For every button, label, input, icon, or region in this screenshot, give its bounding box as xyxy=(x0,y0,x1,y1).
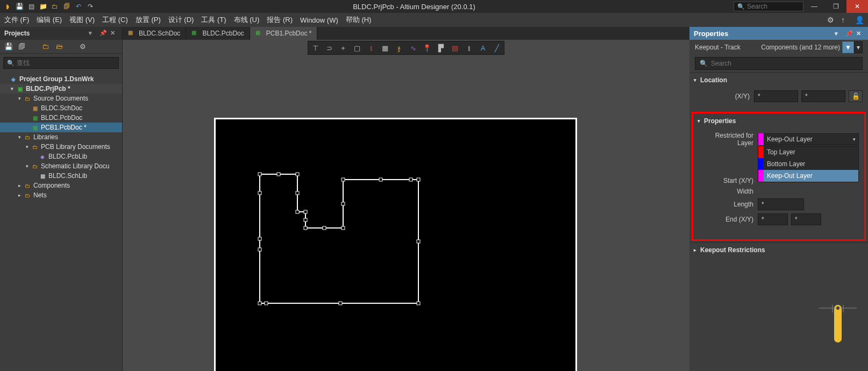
tree-pcbdoc[interactable]: ▦BLDC.PcbDoc xyxy=(0,113,122,123)
filter-button[interactable]: ▼ xyxy=(842,41,854,53)
snap-tool-icon[interactable]: ⊃ xyxy=(322,41,336,55)
save-icon[interactable]: 💾 xyxy=(15,2,24,11)
projects-search[interactable]: 🔍 xyxy=(3,57,119,69)
layer-option-keepout[interactable]: Keep-Out Layer xyxy=(758,170,858,182)
text-tool-icon[interactable]: A xyxy=(476,41,490,55)
lock-button[interactable]: 🔓 xyxy=(849,90,863,102)
properties-header: Properties ▾ 📌 ✕ xyxy=(689,27,868,40)
length-input[interactable]: * xyxy=(758,198,804,210)
save-all-icon[interactable]: ▤ xyxy=(27,2,35,11)
panel-menu-icon[interactable]: ▾ xyxy=(89,30,96,37)
stats-tool-icon[interactable]: ⫿ xyxy=(462,41,476,55)
panel-pin-icon[interactable]: 📌 xyxy=(845,30,853,37)
properties-search[interactable]: 🔍 xyxy=(695,57,863,70)
menu-tools[interactable]: 工具 (T) xyxy=(201,15,226,25)
route-tool-icon[interactable]: ჯ xyxy=(392,41,406,55)
minimize-button[interactable]: — xyxy=(803,0,825,13)
chart-tool-icon[interactable]: ▧ xyxy=(448,41,462,55)
tree-project[interactable]: ▾▣BLDC.PrjPcb * xyxy=(0,84,122,94)
pin-tool-icon[interactable]: 📍 xyxy=(420,41,434,55)
tab-schdoc[interactable]: ▦BLDC.SchDoc xyxy=(123,27,186,40)
tree-pcb-lib-docs[interactable]: ▾🗀PCB Library Documents xyxy=(0,142,122,152)
tree-schdoc[interactable]: ▦BLDC.SchDoc xyxy=(0,103,122,113)
tree-pcb1[interactable]: ▦PCB1.PcbDoc * xyxy=(0,123,122,132)
menu-file[interactable]: 文件 (F) xyxy=(4,15,29,25)
open-icon[interactable]: 📁 xyxy=(39,2,47,11)
menu-help[interactable]: 帮助 (H) xyxy=(346,15,372,25)
restricted-layer-dropdown[interactable]: Keep-Out Layer ▾ Top Layer Bottom Layer xyxy=(758,133,859,145)
tree-sch-lib-docs[interactable]: ▾🗀Schematic Library Docu xyxy=(0,161,122,171)
gear-icon[interactable]: ⚙ xyxy=(827,16,836,24)
projects-panel-title: Projects xyxy=(4,30,30,37)
user-icon[interactable]: 👤▾ xyxy=(855,16,864,24)
notification-icon[interactable]: ↑ xyxy=(841,16,850,24)
flag-tool-icon[interactable]: ▛ xyxy=(434,41,448,55)
layer-dropdown-list: Top Layer Bottom Layer Keep-Out Layer xyxy=(758,146,859,182)
panel-close-icon[interactable]: ✕ xyxy=(856,30,864,37)
copy-icon[interactable]: 🗐 xyxy=(62,2,71,11)
svg-rect-27 xyxy=(339,302,342,305)
window-title: BLDC.PrjPcb - Altium Designer (20.0.1) xyxy=(95,3,734,11)
properties-search-input[interactable] xyxy=(711,60,858,67)
menu-report[interactable]: 报告 (R) xyxy=(267,15,293,25)
panel-menu-icon[interactable]: ▾ xyxy=(835,30,842,37)
projects-folder1-icon[interactable]: 🗀 xyxy=(42,42,51,51)
y-input[interactable]: * xyxy=(801,90,845,102)
undo-icon[interactable]: ↶ xyxy=(74,2,83,11)
layer-option-bottom[interactable]: Bottom Layer xyxy=(758,158,858,170)
wave-tool-icon[interactable]: ∿ xyxy=(406,41,420,55)
menu-design[interactable]: 设计 (D) xyxy=(168,15,194,25)
line-tool-icon[interactable]: ╱ xyxy=(490,41,504,55)
tree-schlib[interactable]: ▦BLDC.SchLib xyxy=(0,171,122,181)
projects-settings-icon[interactable]: ⚙ xyxy=(80,42,88,51)
svg-rect-28 xyxy=(258,302,261,305)
global-search-input[interactable] xyxy=(747,3,800,10)
menu-view[interactable]: 视图 (V) xyxy=(69,15,95,25)
panel-pin-icon[interactable]: 📌 xyxy=(99,30,107,37)
section-location-body: (X/Y) * * 🔓 xyxy=(689,87,868,111)
properties-panel: Properties ▾ 📌 ✕ Keepout - Track Compone… xyxy=(689,27,868,371)
rect-tool-icon[interactable]: ▢ xyxy=(350,41,364,55)
tree-pcblib[interactable]: ◆BLDC.PcbLib xyxy=(0,152,122,161)
xy-label: (X/Y) xyxy=(695,92,754,100)
redo-icon[interactable]: ↷ xyxy=(86,2,95,11)
folder-icon[interactable]: 🗀 xyxy=(51,2,59,11)
tree-components[interactable]: ▸🗀Components xyxy=(0,181,122,190)
tree-source-documents[interactable]: ▾🗀Source Documents xyxy=(0,94,122,103)
section-keepout-restrictions-header[interactable]: ▸Keepout Restrictions xyxy=(689,242,868,257)
endy-input[interactable]: * xyxy=(791,213,821,225)
panel-close-icon[interactable]: ✕ xyxy=(110,30,118,37)
keepout-track-shape[interactable] xyxy=(257,169,424,309)
filter-tool-icon[interactable]: ⊤ xyxy=(308,41,322,55)
menu-project[interactable]: 工程 (C) xyxy=(102,15,128,25)
section-properties-header[interactable]: ▾Properties xyxy=(693,113,864,129)
global-search[interactable]: 🔍 xyxy=(734,2,803,11)
x-input[interactable]: * xyxy=(754,90,798,102)
menu-edit[interactable]: 编辑 (E) xyxy=(37,15,62,25)
projects-folder2-icon[interactable]: 🗁 xyxy=(56,42,65,51)
filter-dropdown-button[interactable]: ▾ xyxy=(854,41,863,53)
endx-input[interactable]: * xyxy=(758,213,788,225)
projects-search-input[interactable] xyxy=(17,59,115,67)
tab-pcbdoc[interactable]: ▦BLDC.PcbDoc xyxy=(186,27,250,40)
plus-tool-icon[interactable]: + xyxy=(336,41,350,55)
pcb-canvas[interactable] xyxy=(123,56,689,371)
menu-route[interactable]: 布线 (U) xyxy=(234,15,260,25)
tab-pcb1[interactable]: ▦PCB1.PcbDoc * xyxy=(250,27,318,40)
restricted-layer-value: Keep-Out Layer xyxy=(764,135,850,143)
menu-place[interactable]: 放置 (P) xyxy=(136,15,161,25)
section-location-header[interactable]: ▾Location xyxy=(689,72,868,87)
close-button[interactable]: ✕ xyxy=(846,0,868,13)
grid-tool-icon[interactable]: ▦ xyxy=(378,41,392,55)
tree-project-group[interactable]: ◆Project Group 1.DsnWrk xyxy=(0,74,122,84)
restore-button[interactable]: ❐ xyxy=(825,0,846,13)
tree-libraries[interactable]: ▾🗀Libraries xyxy=(0,132,122,142)
align-tool-icon[interactable]: ⫿ xyxy=(364,41,378,55)
search-icon: 🔍 xyxy=(737,3,745,10)
layer-option-top[interactable]: Top Layer xyxy=(758,146,858,158)
projects-refresh-icon[interactable]: 🗐 xyxy=(18,42,27,51)
projects-panel: Projects ▾ 📌 ✕ 💾 🗐 🗀 🗁 ⚙ 🔍 ◆Project Grou… xyxy=(0,27,123,371)
tree-nets[interactable]: ▸🗀Nets xyxy=(0,190,122,200)
projects-save-icon[interactable]: 💾 xyxy=(4,42,13,51)
menu-window[interactable]: Window (W) xyxy=(300,16,338,24)
